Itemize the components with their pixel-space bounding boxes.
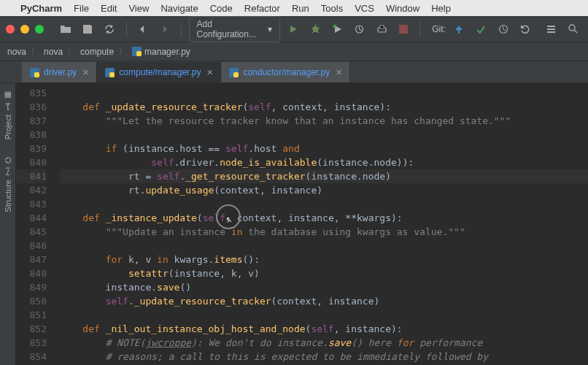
menu-edit[interactable]: Edit xyxy=(101,3,117,14)
svg-rect-4 xyxy=(399,25,408,34)
vcs-revert-button[interactable] xyxy=(516,20,533,39)
main-toolbar: Add Configuration... ▾ Git: xyxy=(0,16,588,42)
close-window-button[interactable] xyxy=(6,25,15,34)
svg-rect-7 xyxy=(547,28,555,30)
editor-tab[interactable]: driver.py ✕ xyxy=(22,62,97,82)
tab-label: compute/manager.py xyxy=(119,67,201,77)
main-area: Project 1 ▦ Structure 7 ⌬ 83583683783883… xyxy=(0,83,588,365)
close-icon[interactable]: ✕ xyxy=(336,68,342,77)
run-button[interactable] xyxy=(285,20,302,39)
tool-window-structure[interactable]: Structure 7 ⌬ xyxy=(2,151,14,217)
breadcrumb-file[interactable]: manager.py xyxy=(131,47,190,57)
chevron-right-icon: 〉 xyxy=(31,45,39,58)
svg-rect-13 xyxy=(34,72,39,77)
chevron-right-icon: 〉 xyxy=(67,45,76,58)
run-configuration-label: Add Configuration... xyxy=(197,19,263,39)
debug-button[interactable] xyxy=(306,20,324,39)
code-editor[interactable]: 8358368378388398408418428438448458468478… xyxy=(16,83,588,365)
line-number-gutter: 8358368378388398408418428438448458468478… xyxy=(16,83,54,365)
attach-button[interactable] xyxy=(373,20,390,39)
ide-settings-button[interactable] xyxy=(543,20,560,39)
vcs-commit-button[interactable] xyxy=(472,20,490,39)
menu-tools[interactable]: Tools xyxy=(321,3,343,14)
zoom-window-button[interactable] xyxy=(35,25,44,34)
menu-view[interactable]: View xyxy=(128,3,149,14)
open-file-button[interactable] xyxy=(57,20,74,39)
git-label: Git: xyxy=(432,24,446,34)
svg-rect-6 xyxy=(547,26,555,27)
back-button[interactable] xyxy=(134,20,151,39)
vcs-update-button[interactable] xyxy=(450,20,468,39)
vcs-history-button[interactable] xyxy=(494,20,511,39)
python-file-icon xyxy=(29,67,39,77)
python-file-icon xyxy=(104,67,115,77)
menu-code[interactable]: Code xyxy=(210,3,233,14)
search-everywhere-button[interactable] xyxy=(565,20,582,39)
tab-label: conductor/manager.py xyxy=(243,67,330,77)
tool-window-bar-left: Project 1 ▦ Structure 7 ⌬ xyxy=(0,83,16,365)
svg-rect-1 xyxy=(333,25,336,28)
breadcrumb-part[interactable]: compute xyxy=(80,47,114,57)
menu-help[interactable]: Help xyxy=(431,3,451,14)
menu-window[interactable]: Window xyxy=(386,3,419,14)
run-with-coverage-button[interactable] xyxy=(329,20,347,39)
menu-navigate[interactable]: Navigate xyxy=(160,3,198,14)
svg-rect-8 xyxy=(547,31,555,33)
macos-menubar: PyCharm File Edit View Navigate Code Ref… xyxy=(0,0,588,16)
close-icon[interactable]: ✕ xyxy=(82,68,89,77)
svg-rect-3 xyxy=(378,28,386,32)
tab-label: driver.py xyxy=(44,67,77,77)
menu-run[interactable]: Run xyxy=(292,3,309,14)
menu-file[interactable]: File xyxy=(74,3,89,14)
editor-tabs: driver.py ✕ compute/manager.py ✕ conduct… xyxy=(0,61,588,83)
editor-tab[interactable]: compute/manager.py ✕ xyxy=(97,62,221,82)
svg-point-0 xyxy=(313,26,319,32)
close-icon[interactable]: ✕ xyxy=(206,68,213,77)
minimize-window-button[interactable] xyxy=(20,25,29,34)
save-all-button[interactable] xyxy=(79,20,96,39)
profile-button[interactable] xyxy=(351,20,368,39)
stop-button[interactable] xyxy=(395,20,412,39)
sync-button[interactable] xyxy=(101,20,118,39)
python-file-icon xyxy=(131,47,142,57)
code-content[interactable]: def _update_resource_tracker(self, conte… xyxy=(54,83,588,365)
svg-point-9 xyxy=(569,25,575,31)
menubar-app-name[interactable]: PyCharm xyxy=(20,3,62,14)
forward-button[interactable] xyxy=(156,20,174,39)
svg-rect-15 xyxy=(109,72,115,77)
chevron-right-icon: 〉 xyxy=(118,45,127,58)
editor-tab[interactable]: conductor/manager.py ✕ xyxy=(221,62,350,82)
run-configuration-selector[interactable]: Add Configuration... ▾ xyxy=(189,16,281,42)
menu-refactor[interactable]: Refactor xyxy=(244,3,280,14)
window-controls xyxy=(6,25,44,34)
menu-vcs[interactable]: VCS xyxy=(355,3,374,14)
chevron-down-icon: ▾ xyxy=(268,24,272,34)
breadcrumb-part[interactable]: nova xyxy=(44,47,63,57)
breadcrumb: nova 〉 nova 〉 compute 〉 manager.py xyxy=(0,42,588,61)
tool-window-project[interactable]: Project 1 ▦ xyxy=(2,86,14,144)
breadcrumb-part[interactable]: nova xyxy=(7,47,26,57)
svg-rect-17 xyxy=(233,72,239,77)
python-file-icon xyxy=(228,67,239,77)
svg-rect-11 xyxy=(136,51,142,56)
